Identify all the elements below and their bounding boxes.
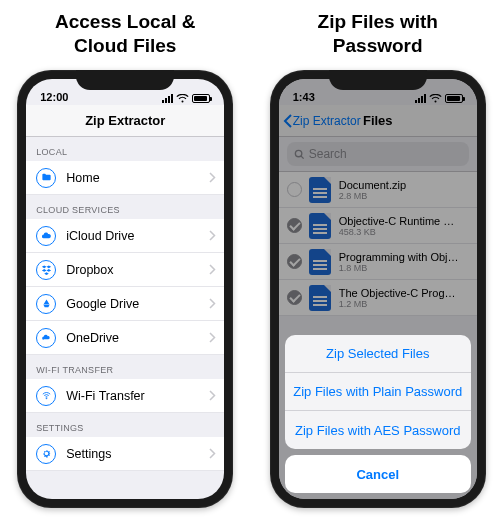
row-label: OneDrive: [66, 331, 119, 345]
marketing-panel-left: Access Local &Cloud Files 12:00 Zip Extr…: [8, 4, 243, 515]
action-zip-plain-password[interactable]: Zip Files with Plain Password: [285, 373, 471, 411]
panel-title: Zip Files withPassword: [318, 10, 438, 58]
action-cancel[interactable]: Cancel: [285, 455, 471, 493]
chevron-right-icon: [209, 298, 216, 309]
wifi-status-icon: [176, 94, 189, 103]
action-zip-aes-password[interactable]: Zip Files with AES Password: [285, 411, 471, 449]
wifi-icon: [36, 386, 56, 406]
status-indicators: [415, 94, 463, 103]
chevron-right-icon: [209, 264, 216, 275]
chevron-right-icon: [209, 230, 216, 241]
row-settings[interactable]: Settings: [26, 437, 224, 471]
row-icloud[interactable]: iCloud Drive: [26, 219, 224, 253]
status-time: 1:43: [293, 91, 315, 103]
row-label: Dropbox: [66, 263, 113, 277]
action-zip-selected[interactable]: Zip Selected Files: [285, 335, 471, 373]
gear-icon: [36, 444, 56, 464]
row-label: Google Drive: [66, 297, 139, 311]
nav-title: Zip Extractor: [85, 113, 165, 128]
folder-icon: [36, 168, 56, 188]
svg-point-0: [46, 398, 47, 399]
phone-frame: 12:00 Zip Extractor LOCAL Home CLOUD SER…: [17, 70, 233, 508]
screen: 12:00 Zip Extractor LOCAL Home CLOUD SER…: [26, 79, 224, 499]
row-label: iCloud Drive: [66, 229, 134, 243]
chevron-right-icon: [209, 332, 216, 343]
row-google-drive[interactable]: Google Drive: [26, 287, 224, 321]
section-header-wifi: WI-FI TRANSFER: [26, 355, 224, 379]
chevron-right-icon: [209, 172, 216, 183]
cloud-icon: [36, 226, 56, 246]
row-home[interactable]: Home: [26, 161, 224, 195]
panel-title: Access Local &Cloud Files: [55, 10, 195, 58]
chevron-right-icon: [209, 390, 216, 401]
status-time: 12:00: [40, 91, 68, 103]
row-label: Settings: [66, 447, 111, 461]
signal-icon: [162, 94, 173, 103]
row-dropbox[interactable]: Dropbox: [26, 253, 224, 287]
battery-icon: [192, 94, 210, 103]
action-sheet: Zip Selected Files Zip Files with Plain …: [285, 335, 471, 493]
row-label: Wi-Fi Transfer: [66, 389, 144, 403]
onedrive-icon: [36, 328, 56, 348]
gdrive-icon: [36, 294, 56, 314]
row-wifi-transfer[interactable]: Wi-Fi Transfer: [26, 379, 224, 413]
notch: [76, 70, 174, 90]
section-header-local: LOCAL: [26, 137, 224, 161]
section-header-cloud: CLOUD SERVICES: [26, 195, 224, 219]
status-indicators: [162, 94, 210, 103]
action-sheet-group: Zip Selected Files Zip Files with Plain …: [285, 335, 471, 449]
screen: 1:43 Zip Extractor Files Search: [279, 79, 477, 499]
notch: [329, 70, 427, 90]
marketing-panel-right: Zip Files withPassword 1:43 Zip Extracto…: [261, 4, 496, 515]
signal-icon: [415, 94, 426, 103]
section-header-settings: SETTINGS: [26, 413, 224, 437]
battery-icon: [445, 94, 463, 103]
chevron-right-icon: [209, 448, 216, 459]
row-label: Home: [66, 171, 99, 185]
dropbox-icon: [36, 260, 56, 280]
row-onedrive[interactable]: OneDrive: [26, 321, 224, 355]
wifi-status-icon: [429, 94, 442, 103]
phone-frame: 1:43 Zip Extractor Files Search: [270, 70, 486, 508]
nav-bar: Zip Extractor: [26, 105, 224, 137]
